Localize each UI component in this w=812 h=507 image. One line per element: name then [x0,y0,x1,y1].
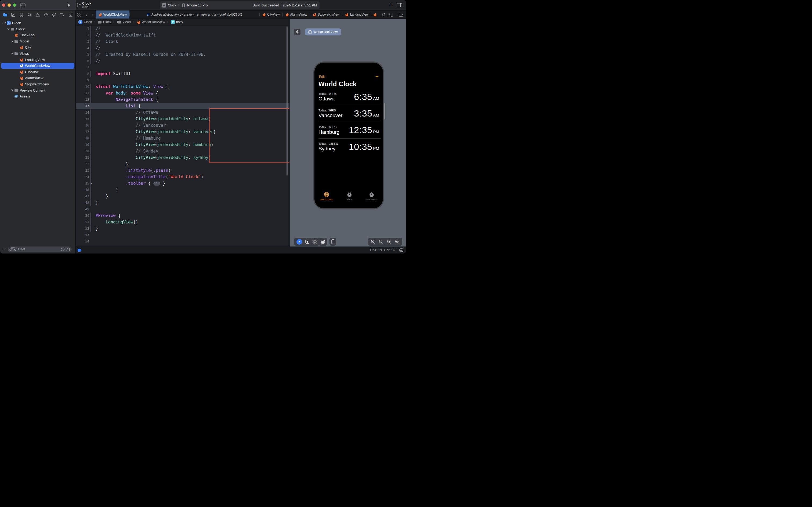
tab-landingview[interactable]: LandingView [342,10,371,18]
code-fold-chevron-icon[interactable]: ▸ [91,182,92,185]
add-city-button[interactable]: + [375,73,379,80]
reports-navigator-icon[interactable] [68,12,73,17]
sidebar-item-preview-content[interactable]: Preview Content [0,87,75,94]
code-line-50[interactable]: 50#Preview { [76,212,289,219]
add-file-button[interactable]: + [3,246,5,252]
sidebar-item-landingview[interactable]: LandingView [0,57,75,63]
sidebar-item-clockapp[interactable]: ClockApp [0,32,75,39]
code-line-25[interactable]: 25▸.toolbar { ••• } [76,180,289,187]
code-line-54[interactable]: 54 [76,238,289,245]
preview-scroll-indicator[interactable] [384,103,385,119]
clock-row-sydney[interactable]: Today, +16HRSSydney10:35PM [318,138,381,155]
add-editor-icon[interactable] [399,13,403,17]
sidebar-item-views[interactable]: Views [0,51,75,57]
variants-mode-button[interactable] [312,240,317,243]
breadcrumb-item-clock[interactable]: Clock [98,20,111,24]
source-control-navigator-icon[interactable] [11,12,15,17]
tab-partial[interactable] [371,10,379,18]
sidebar-item-worldclockview[interactable]: WorldClockView [0,63,75,69]
phone-tab-stopwatch[interactable]: Stopwatch [366,192,377,201]
code-line-2[interactable]: 2// WorldClockView.swift [76,32,289,39]
go-back-button[interactable]: ‹ [83,10,90,18]
live-preview-button[interactable] [296,239,302,245]
code-line-3[interactable]: 3// Clock [76,39,289,45]
run-button[interactable] [67,3,71,7]
scheme-name[interactable]: Clock [168,3,176,7]
code-line-1[interactable]: 1// [76,25,289,32]
zoom-out-button[interactable] [371,239,375,244]
sidebar-item-clock[interactable]: AClock [0,20,75,26]
inspector-toggle-icon[interactable] [397,3,402,7]
tab-stopwatchview[interactable]: StopwatchView [310,10,342,18]
tab-applied-abstraction-by-creatin[interactable]: Applied abstraction by creatin…er view a… [130,10,259,18]
sidebar-item-alarmsview[interactable]: AlarmsView [0,75,75,81]
editor-options-icon[interactable] [388,13,393,17]
code-line-23[interactable]: 23.listStyle(.plain) [76,167,289,174]
code-line-8[interactable]: 8import SwiftUI [76,71,289,77]
folded-code-pill[interactable]: ••• [153,181,160,185]
recent-files-icon[interactable] [61,247,65,251]
code-line-10[interactable]: 10struct WorldClockView: View { [76,83,289,90]
code-line-48[interactable]: 48} [76,200,289,206]
clock-row-ottawa[interactable]: Today, +0HRSOttawa6:35AM [318,89,381,105]
traffic-light-minimize[interactable] [7,3,11,7]
code-line-49[interactable]: 49 [76,206,289,212]
traffic-light-close[interactable] [2,3,5,7]
sidebar-item-assets[interactable]: Assets [0,94,75,100]
chevron-closed-icon[interactable] [10,89,14,92]
issues-navigator-icon[interactable] [36,12,40,17]
code-line-12[interactable]: 12NavigationStack { [76,97,289,103]
find-navigator-icon[interactable] [27,12,32,17]
edit-button[interactable]: Edit [319,75,325,79]
device-settings-button[interactable] [321,239,325,244]
phone-tab-alarm[interactable]: Alarm [346,192,352,201]
sidebar-item-stopwatchview[interactable]: StopwatchView [0,81,75,87]
run-destination[interactable]: iPhone 16 Pro [186,3,208,7]
tab-worldclockview[interactable]: WorldClockView [96,10,129,18]
sidebar-item-city[interactable]: City [0,44,75,51]
add-editor-tab-button[interactable]: + [389,2,392,8]
code-line-4[interactable]: 4// [76,45,289,51]
breadcrumb-item-clock[interactable]: AClock [78,20,92,24]
pin-preview-button[interactable] [294,29,300,35]
sidebar-item-clock[interactable]: Clock [0,26,75,32]
traffic-light-zoom[interactable] [13,3,16,7]
chevron-open-icon[interactable] [10,53,14,54]
selectable-mode-button[interactable] [305,239,309,244]
activity-viewer[interactable]: A Clock 〉 iPhone 16 Pro Build Succeeded … [160,1,320,9]
preview-target-pill[interactable]: WorldClockView [305,29,341,36]
go-forward-button[interactable]: › [90,10,96,18]
zoom-fit-button[interactable] [387,239,392,244]
source-editor[interactable]: 1//2// WorldClockView.swift3// Clock4//5… [76,25,289,246]
zoom-100-button[interactable]: 1 [379,239,384,244]
code-line-52[interactable]: 52} [76,225,289,232]
source-control-summary[interactable]: Clock main [77,2,91,9]
bookmarks-navigator-icon[interactable] [19,12,24,17]
code-line-6[interactable]: 6// [76,58,289,64]
zoom-in-button[interactable] [395,239,400,244]
breadcrumb-item-views[interactable]: Views [117,20,131,24]
breadcrumb-item-worldclockview[interactable]: WorldClockView [137,20,165,24]
breakpoints-navigator-icon[interactable] [60,12,65,17]
clock-row-vancouver[interactable]: Today, -3HRSVancouver3:35AM [318,105,381,122]
code-line-5[interactable]: 5// Created by Russell Gordon on 2024-11… [76,51,289,58]
tab-cityview[interactable]: CityView [259,10,282,18]
chevron-open-icon[interactable] [3,22,6,23]
bottom-bar-toggle-icon[interactable] [399,248,403,252]
code-line-11[interactable]: 11var body: some View { [76,90,289,97]
code-line-47[interactable]: 47} [76,193,289,200]
sidebar-item-model[interactable]: Model [0,38,75,44]
code-line-51[interactable]: 51LandingView() [76,219,289,225]
clock-row-hamburg[interactable]: Today, +6HRSHamburg12:35PM [318,122,381,138]
code-line-24[interactable]: 24.navigationTitle("World Clock") [76,174,289,180]
code-line-7[interactable]: 7 [76,64,289,71]
chevron-open-icon[interactable] [10,41,14,42]
source-control-status-icon[interactable] [66,247,70,251]
preview-device-button[interactable] [331,239,334,244]
code-line-9[interactable]: 9 [76,77,289,83]
filter-field[interactable]: Filter [8,246,72,252]
toggle-navigator-icon[interactable] [20,3,25,7]
swap-editor-icon[interactable] [381,13,386,16]
breakpoints-toggle[interactable] [77,249,81,251]
debug-navigator-icon[interactable] [52,12,56,17]
